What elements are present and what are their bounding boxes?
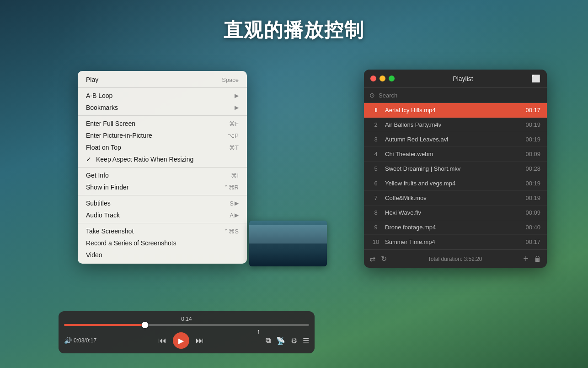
- playlist-panel: Playlist ⬜ ⊙ Search ⏸ Aerial Icy Hills.m…: [364, 70, 547, 268]
- menu-item-video-label: Video: [86, 251, 102, 259]
- separator-5: [78, 223, 247, 223]
- prev-button[interactable]: ⏮: [158, 336, 166, 346]
- menu-item-float-top[interactable]: Float on Top ⌘T: [78, 141, 247, 153]
- playlist-item[interactable]: 2 Air Ballons Party.m4v 00:19: [364, 118, 547, 132]
- traffic-lights: [370, 76, 395, 81]
- separator-2: [78, 115, 247, 116]
- page-title: 直观的播放控制: [0, 17, 588, 43]
- menu-item-aspect-ratio[interactable]: ✓ Keep Aspect Ratio When Resizing: [78, 153, 247, 165]
- menu-item-get-info-label: Get Info: [86, 172, 109, 179]
- playlist-item-duration: 00:19: [525, 121, 540, 128]
- playlist-item-name: Yellow fruits and vegs.mp4: [385, 180, 522, 187]
- playlist-footer: ⇄ ↻ Total duration: 3:52:20 + 🗑: [364, 249, 547, 268]
- playlist-button[interactable]: ☰: [303, 336, 309, 345]
- separator-1: [78, 87, 247, 88]
- menu-item-bookmarks[interactable]: Bookmarks ▶: [78, 102, 247, 114]
- menu-item-pip-shortcut: ⌥P: [228, 132, 239, 139]
- playlist-item-duration: 00:09: [525, 209, 540, 216]
- playlist-titlebar: Playlist ⬜: [364, 70, 547, 88]
- menu-item-record-screenshots-label: Record a Series of Screenshots: [86, 239, 176, 247]
- menu-item-show-finder-label: Show in Finder: [86, 184, 128, 191]
- search-placeholder[interactable]: Search: [379, 92, 541, 99]
- playlist-item[interactable]: 3 Autumn Red Leaves.avi 00:19: [364, 132, 547, 147]
- playlist-item-num: 8: [370, 209, 381, 216]
- next-button[interactable]: ⏭: [196, 336, 204, 346]
- shuffle-icon[interactable]: ⇄: [369, 254, 375, 263]
- playlist-item-name: Drone footage.mp4: [385, 224, 522, 231]
- menu-item-float-top-shortcut: ⌘T: [229, 144, 239, 151]
- trash-button[interactable]: 🗑: [534, 255, 541, 263]
- playlist-item-num: 2: [370, 121, 381, 128]
- context-menu: Play Space A-B Loop ▶ Bookmarks ▶ Enter …: [78, 71, 247, 264]
- menu-item-pip[interactable]: Enter Picture-in-Picture ⌥P: [78, 130, 247, 141]
- menu-item-bookmarks-label: Bookmarks: [86, 104, 118, 111]
- playlist-item-name: Coffe&Milk.mov: [385, 195, 522, 201]
- menu-item-play-shortcut: Space: [222, 76, 239, 83]
- playlist-item-duration: 00:28: [525, 165, 540, 172]
- menu-item-subtitles[interactable]: Subtitles S ▶: [78, 197, 247, 209]
- maximize-button[interactable]: [389, 76, 395, 81]
- playlist-item-num: 4: [370, 151, 381, 157]
- menu-item-fullscreen-shortcut: ⌘F: [229, 120, 239, 127]
- progress-container: 0:14 ↑: [64, 315, 309, 330]
- playlist-item[interactable]: 4 Chi Theater.webm 00:09: [364, 147, 547, 162]
- menu-item-play-label: Play: [86, 76, 98, 83]
- menu-item-pip-label: Enter Picture-in-Picture: [86, 132, 152, 139]
- playlist-item-name: Chi Theater.webm: [385, 151, 522, 157]
- playlist-item[interactable]: 5 Sweet Dreaming | Short.mkv 00:28: [364, 162, 547, 176]
- bookmarks-arrow: ▶: [235, 104, 239, 111]
- playlist-item[interactable]: 8 Hexi Wave.flv 00:09: [364, 206, 547, 220]
- menu-item-screenshot-shortcut: ⌃⌘S: [224, 228, 239, 235]
- play-button[interactable]: ▶: [173, 332, 189, 349]
- menu-item-audio-track[interactable]: Audio Track A ▶: [78, 209, 247, 221]
- add-button[interactable]: +: [523, 254, 529, 264]
- search-icon: ⊙: [369, 92, 375, 99]
- menu-item-record-screenshots[interactable]: Record a Series of Screenshots: [78, 237, 247, 249]
- playlist-item[interactable]: 10 Summer Time.mp4 00:17: [364, 235, 547, 249]
- playlist-item-name: Aerial Icy Hills.mp4: [385, 107, 522, 114]
- controls-left: 🔊 0:03/0:17: [64, 337, 96, 344]
- playlist-item[interactable]: 9 Drone footage.mp4 00:40: [364, 220, 547, 235]
- close-button[interactable]: [370, 76, 376, 81]
- airplay-button[interactable]: 📡: [276, 336, 285, 345]
- menu-item-fullscreen[interactable]: Enter Full Screen ⌘F: [78, 118, 247, 130]
- menu-item-fullscreen-label: Enter Full Screen: [86, 120, 135, 127]
- playlist-item-name: Sweet Dreaming | Short.mkv: [385, 165, 522, 172]
- playlist-item-duration: 00:40: [525, 224, 540, 231]
- menu-item-ab-loop[interactable]: A-B Loop ▶: [78, 90, 247, 102]
- playlist-item-num: 5: [370, 165, 381, 172]
- progress-time: 0:14: [64, 316, 309, 322]
- separator-3: [78, 167, 247, 168]
- menu-item-screenshot-label: Take Screenshot: [86, 227, 134, 235]
- repeat-icon[interactable]: ↻: [381, 254, 387, 263]
- menu-item-show-finder[interactable]: Show in Finder ⌃⌘R: [78, 181, 247, 193]
- volume-icon[interactable]: 🔊: [64, 337, 72, 344]
- pip-button[interactable]: ⧉: [266, 336, 271, 345]
- playlist-item[interactable]: 6 Yellow fruits and vegs.mp4 00:19: [364, 176, 547, 191]
- menu-item-show-finder-shortcut: ⌃⌘R: [224, 184, 239, 191]
- pause-icon: ⏸: [370, 107, 381, 114]
- playlist-item-num: 10: [370, 238, 381, 245]
- playlist-item-duration: 00:19: [525, 195, 540, 201]
- menu-item-subtitles-label: Subtitles: [86, 200, 111, 207]
- playlist-item[interactable]: 7 Coffe&Milk.mov 00:19: [364, 191, 547, 206]
- screenshot-preview: [249, 221, 327, 266]
- menu-item-screenshot[interactable]: Take Screenshot ⌃⌘S: [78, 225, 247, 237]
- playlist-item-num: 6: [370, 180, 381, 187]
- menu-item-play[interactable]: Play Space: [78, 74, 247, 86]
- controls-row: 🔊 0:03/0:17 ⏮ ▶ ⏭ ⧉ 📡 ⚙ ☰: [64, 332, 309, 349]
- playlist-item[interactable]: ⏸ Aerial Icy Hills.mp4 00:17: [364, 103, 547, 118]
- playlist-items: ⏸ Aerial Icy Hills.mp4 00:17 2 Air Ballo…: [364, 103, 547, 249]
- menu-item-video[interactable]: Video: [78, 249, 247, 261]
- menu-item-aspect-ratio-label: ✓ Keep Aspect Ratio When Resizing: [86, 156, 193, 163]
- playlist-view-icon[interactable]: ⬜: [531, 74, 540, 83]
- playlist-item-num: 3: [370, 136, 381, 143]
- progress-bar-track[interactable]: ↑: [64, 324, 309, 326]
- settings-button[interactable]: ⚙: [291, 336, 297, 345]
- progress-thumb: [142, 322, 148, 328]
- playlist-search: ⊙ Search: [364, 88, 547, 103]
- minimize-button[interactable]: [380, 76, 385, 81]
- menu-item-get-info[interactable]: Get Info ⌘I: [78, 169, 247, 181]
- player-controls: 0:14 ↑ 🔊 0:03/0:17 ⏮ ▶ ⏭ ⧉ 📡 ⚙ ☰: [59, 311, 315, 353]
- menu-item-ab-loop-label: A-B Loop: [86, 92, 112, 99]
